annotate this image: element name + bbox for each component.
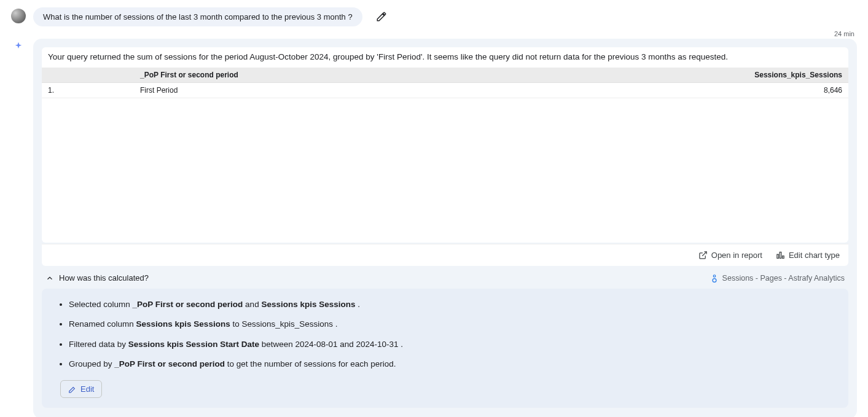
calc-step: Renamed column Sessions kpis Sessions to… [69,318,836,330]
svg-rect-3 [783,256,784,259]
calc-step: Grouped by _PoP First or second period t… [69,358,836,370]
open-in-report-button[interactable]: Open in report [698,251,762,260]
edit-button-label: Edit [80,384,94,394]
response-card: Your query returned the sum of sessions … [33,39,857,417]
row-index: 1. [42,83,134,98]
timestamp: 24 min [834,30,854,37]
how-calculated-label: How was this calculated? [59,273,149,283]
svg-point-4 [713,275,716,277]
edit-calculation-button[interactable]: Edit [60,380,102,398]
how-calculated-toggle[interactable]: How was this calculated? [45,273,149,283]
table-row: 1. First Period 8,646 [42,83,848,98]
svg-rect-2 [780,252,781,259]
open-in-report-label: Open in report [711,251,762,260]
user-avatar [11,9,26,23]
svg-line-0 [702,252,706,256]
edit-chart-type-label: Edit chart type [789,251,840,260]
calculation-panel: Selected column _PoP First or second per… [42,289,848,408]
pencil-icon [68,385,77,394]
row-sessions: 8,646 [509,83,848,98]
result-table: _PoP First or second period Sessions_kpi… [42,68,848,98]
table-header-period: _PoP First or second period [134,68,509,83]
row-period: First Period [134,83,509,98]
user-query: What is the number of sessions of the la… [33,7,362,26]
calc-step: Selected column _PoP First or second per… [69,298,836,311]
table-header-index [42,68,134,83]
data-source-link[interactable]: Sessions - Pages - Astrafy Analytics [710,274,845,283]
looker-icon [710,274,719,283]
data-source-label: Sessions - Pages - Astrafy Analytics [722,274,845,283]
edit-chart-type-button[interactable]: Edit chart type [776,251,840,260]
table-header-sessions: Sessions_kpis_Sessions [509,68,848,83]
svg-point-5 [713,278,716,282]
calc-step: Filtered data by Sessions kpis Session S… [69,338,836,351]
ai-sparkle-icon [11,41,26,52]
chevron-up-icon [45,274,54,283]
response-summary: Your query returned the sum of sessions … [42,47,848,68]
edit-query-icon[interactable] [376,11,387,22]
svg-rect-1 [777,254,779,258]
